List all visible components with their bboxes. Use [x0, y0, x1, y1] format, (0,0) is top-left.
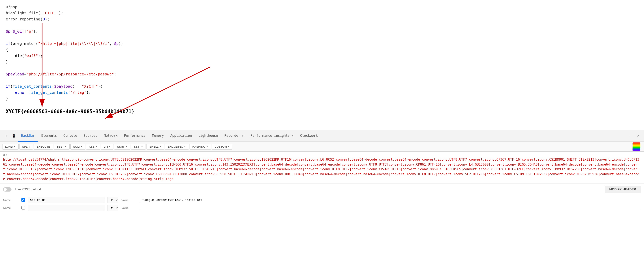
devtools-panel: ⊡ 📱 HackBar Elements Console Sources Net… — [0, 130, 644, 258]
sqli-button[interactable]: SQLI ▼ — [70, 144, 85, 149]
execute-button[interactable]: EXECUTE — [34, 144, 53, 149]
flag-output: XYCTF{e6008503-d6d8-4a8c-9085-35bd4b1d9b… — [6, 108, 638, 116]
close-devtools-icon[interactable]: ✕ — [634, 132, 642, 140]
tab-performance[interactable]: Performance — [121, 130, 149, 142]
code-line-5: $p=$_GET['p']; — [6, 28, 638, 34]
header-dropdown-1[interactable]: ▼ — [108, 197, 118, 203]
hashing-button[interactable]: HASHING ▼ — [190, 144, 211, 149]
inspect-icon[interactable]: ⊡ — [2, 132, 10, 140]
shell-button[interactable]: SHELL ▼ — [146, 144, 164, 149]
header-value-input-2[interactable] — [140, 205, 641, 211]
lfi-dropdown-arrow: ▼ — [109, 145, 110, 148]
code-line-8: { — [6, 47, 638, 53]
header-checkbox-2[interactable] — [22, 206, 25, 210]
code-line-14: if(file_get_contents($payload)==="XYCTF"… — [6, 83, 638, 89]
lfi-button[interactable]: LFI ▼ — [101, 144, 114, 149]
code-line-6 — [6, 34, 638, 40]
load-dropdown-arrow: ▼ — [14, 145, 16, 148]
code-line-15: echo file_get_contents('/flag'); — [6, 89, 638, 96]
device-icon[interactable]: 📱 — [10, 132, 18, 140]
tab-hackbar[interactable]: HackBar — [18, 130, 38, 142]
code-area: <?php highlight_file(__FILE__); error_re… — [0, 0, 644, 130]
post-method-toggle[interactable] — [3, 187, 12, 192]
code-line-10: } — [6, 59, 638, 65]
post-method-label: Use POST method — [15, 188, 41, 191]
url-label: URL — [3, 153, 641, 156]
more-options-icon[interactable]: ⋮ — [626, 132, 634, 140]
header-value-input-1[interactable] — [140, 197, 641, 203]
tab-lighthouse[interactable]: Lighthouse — [195, 130, 221, 142]
encoding-button[interactable]: ENCODING ▼ — [165, 144, 189, 149]
tab-elements[interactable]: Elements — [38, 130, 60, 142]
ssti-button[interactable]: SSTI ▼ — [131, 144, 146, 149]
hashing-dropdown-arrow: ▼ — [206, 145, 208, 148]
encoding-dropdown-arrow: ▼ — [184, 145, 186, 148]
tab-recorder[interactable]: Recorder ⚡ — [221, 130, 247, 142]
modify-header-area: MODIFY HEADER — [604, 186, 641, 193]
header-name-label-2: Name — [3, 206, 18, 210]
hackbar-toolbar: LOAD ▼ SPLIT EXECUTE TEST ▼ SQLI ▼ XSS ▼ — [0, 142, 644, 152]
header-value-label-1: Value — [122, 198, 137, 202]
split-button[interactable]: SPLIT — [19, 144, 33, 149]
bottom-section: Use POST method MODIFY HEADER — [0, 184, 644, 195]
xss-button[interactable]: XSS ▼ — [86, 144, 100, 149]
header-dropdown-2[interactable]: ▼ — [108, 205, 118, 211]
code-line-1: <?php — [6, 4, 638, 10]
header-value-label-2: Value — [122, 206, 137, 210]
ssti-dropdown-arrow: ▼ — [141, 145, 143, 148]
code-line-2: highlight_file(__FILE__); — [6, 10, 638, 16]
url-area: URL http://localhost:54774/what's_this.p… — [0, 152, 644, 184]
ssrf-dropdown-arrow: ▼ — [126, 145, 128, 148]
code-line-12: $payload="php://filter/$p/resource=/etc/… — [6, 71, 638, 77]
tab-performance-insights[interactable]: Performance insights ⚡ — [248, 130, 297, 142]
color-gradient-bar — [632, 142, 640, 151]
code-line-13 — [6, 77, 638, 83]
code-line-16: } — [6, 96, 638, 102]
xss-dropdown-arrow: ▼ — [96, 145, 97, 148]
header-name-label-1: Name — [3, 198, 18, 202]
header-fields-area: Name ▼ Value Name ▼ Value — [0, 195, 644, 258]
header-name-input-1[interactable] — [28, 197, 104, 203]
header-row-1: Name ▼ Value — [3, 197, 641, 203]
modify-header-button[interactable]: MODIFY HEADER — [604, 186, 641, 193]
code-line-9: die("waf!"); — [6, 53, 638, 59]
sqli-dropdown-arrow: ▼ — [80, 145, 82, 148]
tab-application[interactable]: Application — [167, 130, 195, 142]
code-line-4 — [6, 22, 638, 28]
load-button[interactable]: LOAD ▼ — [2, 144, 18, 149]
test-dropdown-arrow: ▼ — [65, 145, 67, 148]
devtools-tab-bar: ⊡ 📱 HackBar Elements Console Sources Net… — [0, 130, 644, 142]
tab-clockwork[interactable]: Clockwork — [297, 130, 321, 142]
url-content[interactable]: http://localhost:54774/what's_this.php?p… — [3, 157, 641, 182]
shell-dropdown-arrow: ▼ — [159, 145, 161, 148]
test-button[interactable]: TEST ▼ — [54, 144, 70, 149]
code-line-11 — [6, 65, 638, 71]
tab-memory[interactable]: Memory — [149, 130, 167, 142]
code-line-7: if(preg_match("/http|=|php|file|:\\/\\|\… — [6, 40, 638, 47]
header-checkbox-1[interactable] — [22, 198, 25, 202]
header-name-input-2[interactable] — [28, 205, 104, 211]
tab-sources[interactable]: Sources — [80, 130, 100, 142]
tab-console[interactable]: Console — [60, 130, 80, 142]
custom-dropdown-arrow: ▼ — [228, 145, 230, 148]
tab-network[interactable]: Network — [101, 130, 121, 142]
toggle-slider — [3, 187, 12, 192]
custom-button[interactable]: CUSTOM ▼ — [212, 144, 232, 149]
header-row-2: Name ▼ Value — [3, 205, 641, 211]
ssrf-button[interactable]: SSRF ▼ — [114, 144, 130, 149]
code-line-17 — [6, 102, 638, 108]
code-line-3: error_reporting(0); — [6, 16, 638, 22]
